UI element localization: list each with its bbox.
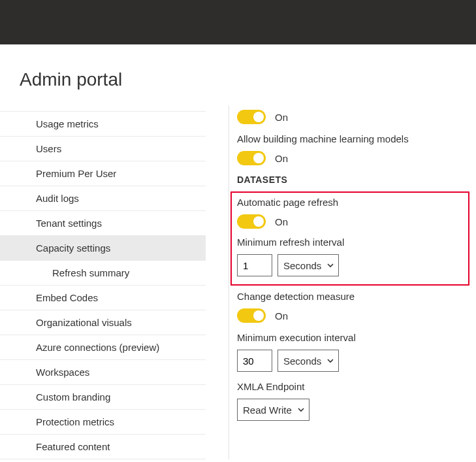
min-exec-input[interactable] xyxy=(237,350,272,372)
min-exec-unit-select[interactable]: Seconds xyxy=(278,350,339,372)
min-exec-label: Minimum execution interval xyxy=(237,332,469,343)
toggle-row-1: On xyxy=(237,110,469,124)
sidebar-item-label: Protection metrics xyxy=(36,416,114,427)
apr-label: Automatic page refresh xyxy=(237,197,462,208)
sidebar-item-label: Embed Codes xyxy=(36,292,98,303)
sidebar-item-custom-branding[interactable]: Custom branding xyxy=(0,385,206,410)
sidebar-item-label: Refresh summary xyxy=(52,267,129,278)
min-refresh-row: Seconds xyxy=(237,254,462,276)
toggle-label: On xyxy=(275,112,288,123)
xmla-label: XMLA Endpoint xyxy=(237,381,469,392)
select-value: Read Write xyxy=(243,404,292,416)
toggle-switch[interactable] xyxy=(237,110,266,124)
top-bar xyxy=(0,0,476,44)
sidebar-item-label: Organizational visuals xyxy=(36,317,132,328)
sidebar-item-users[interactable]: Users xyxy=(0,137,206,161)
toggle-knob xyxy=(253,310,264,321)
toggle-label: On xyxy=(275,153,288,164)
cdm-label: Change detection measure xyxy=(237,291,469,302)
toggle-knob xyxy=(253,112,264,122)
chevron-down-icon xyxy=(297,406,305,414)
xmla-select[interactable]: Read Write xyxy=(237,399,309,421)
toggle-switch[interactable] xyxy=(237,308,266,323)
sidebar-item-workspaces[interactable]: Workspaces xyxy=(0,360,206,385)
datasets-heading: DATASETS xyxy=(237,174,469,185)
sidebar-item-capacity-settings[interactable]: Capacity settings xyxy=(0,236,206,261)
sidebar-item-embed-codes[interactable]: Embed Codes xyxy=(0,286,206,310)
sidebar-item-label: Usage metrics xyxy=(36,118,99,129)
highlight-box: Automatic page refresh On Minimum refres… xyxy=(230,191,469,286)
ml-label: Allow building machine learning models xyxy=(237,133,469,144)
select-value: Seconds xyxy=(283,355,321,367)
sidebar-item-label: Users xyxy=(36,143,61,154)
toggle-row-ml: On xyxy=(237,151,469,165)
sidebar-item-usage-metrics[interactable]: Usage metrics xyxy=(0,111,206,137)
sidebar-item-featured-content[interactable]: Featured content xyxy=(0,435,206,459)
min-refresh-unit-select[interactable]: Seconds xyxy=(278,254,339,276)
toggle-label: On xyxy=(275,310,288,322)
sidebar-item-organizational-visuals[interactable]: Organizational visuals xyxy=(0,310,206,335)
page-title: Admin portal xyxy=(20,69,476,90)
sidebar-item-label: Custom branding xyxy=(36,391,110,403)
sidebar-item-label: Premium Per User xyxy=(36,168,116,179)
toggle-knob xyxy=(253,153,264,163)
min-refresh-input[interactable] xyxy=(237,254,272,276)
toggle-row-apr: On xyxy=(237,214,462,229)
content-area: Usage metrics Users Premium Per User Aud… xyxy=(0,106,476,459)
sidebar-item-azure-connections[interactable]: Azure connections (preview) xyxy=(0,335,206,360)
sidebar-item-protection-metrics[interactable]: Protection metrics xyxy=(0,410,206,435)
sidebar-item-label: Audit logs xyxy=(36,193,79,204)
sidebar-item-refresh-summary[interactable]: Refresh summary xyxy=(0,261,206,286)
sidebar-item-audit-logs[interactable]: Audit logs xyxy=(0,186,206,211)
min-refresh-label: Minimum refresh interval xyxy=(237,237,462,248)
sidebar-item-label: Workspaces xyxy=(36,367,89,378)
sidebar-item-label: Capacity settings xyxy=(36,242,110,254)
main-panel: On Allow building machine learning model… xyxy=(237,106,476,459)
toggle-label: On xyxy=(275,216,288,227)
toggle-knob xyxy=(253,216,264,227)
select-value: Seconds xyxy=(283,260,321,271)
toggle-switch[interactable] xyxy=(237,214,266,229)
min-exec-row: Seconds xyxy=(237,350,469,372)
sidebar: Usage metrics Users Premium Per User Aud… xyxy=(0,106,229,459)
chevron-down-icon xyxy=(326,261,334,269)
toggle-switch[interactable] xyxy=(237,151,266,165)
sidebar-item-label: Featured content xyxy=(36,441,110,452)
sidebar-item-tenant-settings[interactable]: Tenant settings xyxy=(0,211,206,236)
sidebar-item-label: Azure connections (preview) xyxy=(36,342,159,353)
chevron-down-icon xyxy=(326,357,334,365)
sidebar-item-label: Tenant settings xyxy=(36,218,102,229)
xmla-row: Read Write xyxy=(237,399,469,421)
sidebar-item-premium-per-user[interactable]: Premium Per User xyxy=(0,161,206,186)
toggle-row-cdm: On xyxy=(237,308,469,323)
vertical-divider xyxy=(229,106,229,459)
